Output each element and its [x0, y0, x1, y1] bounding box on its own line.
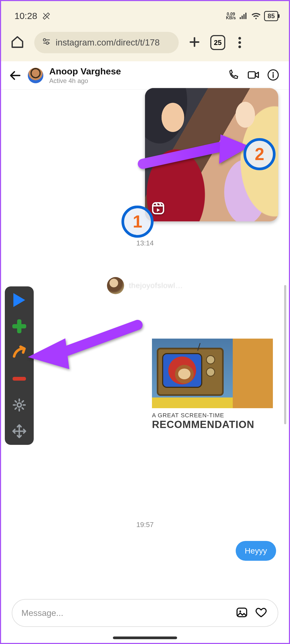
nav-gesture-bar: [113, 637, 177, 639]
shared-profile-row[interactable]: thejoyofslowl…: [107, 277, 183, 294]
contact-name: Anoop Varghese: [49, 66, 222, 77]
audio-call-button[interactable]: [227, 69, 241, 82]
chat-header: Anoop Varghese Active 4h ago: [1, 61, 289, 90]
contact-title-block[interactable]: Anoop Varghese Active 4h ago: [49, 66, 222, 85]
svg-point-0: [43, 39, 46, 41]
wifi-icon: [251, 12, 261, 20]
annotation-arrow-to-plus: [25, 320, 140, 372]
settings-tool-icon[interactable]: [12, 397, 27, 413]
move-tool-icon[interactable]: [12, 423, 27, 439]
svg-point-4: [272, 72, 274, 73]
curve-arrow-tool-icon[interactable]: [12, 345, 27, 360]
conversation-info-button[interactable]: [267, 69, 281, 82]
status-time: 10:28: [14, 11, 37, 21]
back-button[interactable]: [9, 69, 22, 82]
shared-profile-avatar: [107, 277, 124, 294]
shared-post-card[interactable]: A GREAT SCREEN-TIME RECOMMENDATION: [152, 339, 273, 430]
post-caption-line2: RECOMMENDATION: [152, 419, 273, 430]
svg-rect-5: [153, 203, 164, 214]
svg-point-7: [239, 611, 241, 612]
shared-profile-name: thejoyofslowl…: [129, 281, 183, 290]
contact-avatar[interactable]: [28, 68, 43, 83]
post-side-panel: [233, 339, 273, 408]
post-artwork: [152, 339, 233, 408]
url-text: instagram.com/direct/t/178: [56, 37, 160, 48]
tab-switcher-button[interactable]: 25: [210, 35, 225, 50]
scrollbar-thumb[interactable]: [284, 285, 286, 424]
svg-point-8: [17, 403, 21, 407]
cellular-signal-icon: [239, 12, 248, 20]
like-icon[interactable]: [255, 606, 269, 620]
status-bar: 10:28 0.09 KB/s 85: [1, 6, 289, 29]
contact-status: Active 4h ago: [49, 77, 222, 85]
timestamp: 13:14: [1, 239, 289, 247]
message-composer[interactable]: [12, 599, 278, 627]
browser-chrome: 10:28 0.09 KB/s 85: [1, 1, 289, 61]
new-tab-button[interactable]: [188, 36, 201, 49]
site-settings-icon[interactable]: [42, 37, 51, 48]
home-icon[interactable]: [10, 35, 25, 50]
ruler-off-icon: [42, 12, 51, 20]
minus-tool-icon[interactable]: [12, 371, 27, 387]
reel-icon: [151, 201, 165, 215]
sent-message-text: Heyyy: [245, 546, 267, 555]
gallery-icon[interactable]: [235, 606, 249, 620]
video-call-button[interactable]: [247, 69, 261, 82]
timestamp: 19:57: [1, 521, 289, 529]
data-rate-indicator: 0.09 KB/s: [226, 12, 236, 20]
browser-menu-button[interactable]: [234, 35, 245, 50]
address-bar[interactable]: instagram.com/direct/t/178: [34, 32, 179, 53]
annotation-arrow-to-info: [140, 132, 255, 176]
sent-message-bubble[interactable]: Heyyy: [236, 541, 276, 561]
svg-rect-2: [248, 72, 255, 78]
svg-point-1: [46, 42, 49, 44]
battery-indicator: 85: [264, 11, 278, 21]
browser-toolbar: instagram.com/direct/t/178 25: [1, 29, 289, 56]
plus-tool-icon[interactable]: [12, 319, 27, 334]
composer-area: [1, 599, 289, 627]
post-caption-line1: A GREAT SCREEN-TIME: [152, 412, 273, 419]
message-input[interactable]: [21, 608, 230, 618]
play-tool-icon[interactable]: [12, 292, 27, 308]
